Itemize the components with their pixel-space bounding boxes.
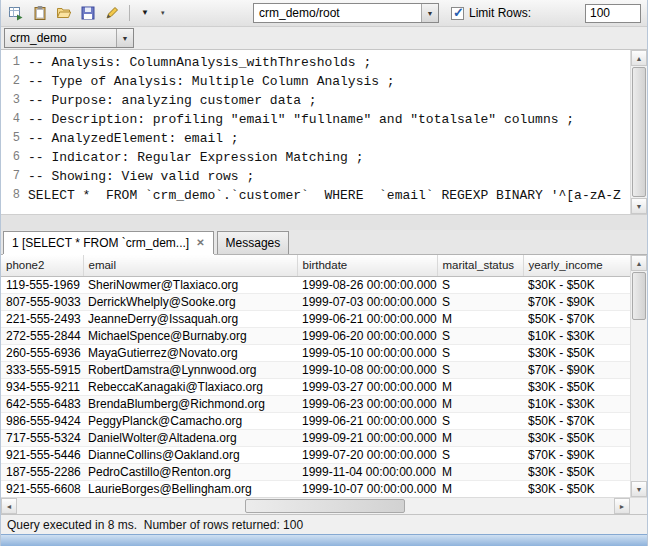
scroll-down-arrow-icon[interactable]: [631, 481, 647, 497]
results-hscroll-row: [1, 497, 647, 514]
table-cell: S: [437, 276, 523, 293]
table-row[interactable]: 986-555-9424PeggyPlanck@Camacho.org1999-…: [1, 412, 630, 429]
tab-label: 1 [SELECT * FROM `crm_dem...]: [12, 236, 189, 250]
scrollbar-thumb[interactable]: [632, 272, 646, 320]
scroll-right-arrow-icon[interactable]: [614, 498, 630, 514]
close-icon[interactable]: [196, 238, 204, 248]
limit-rows-checkbox[interactable]: [451, 7, 464, 20]
export-table-icon[interactable]: [5, 2, 27, 24]
table-cell: 1999-07-20 00:00:00.000: [297, 446, 437, 463]
sql-line: SELECT * FROM `crm_demo`.`customer` WHER…: [28, 186, 630, 205]
column-header-email[interactable]: email: [83, 255, 297, 276]
table-cell: M: [437, 480, 523, 497]
table-cell: LaurieBorges@Bellingham.org: [83, 480, 297, 497]
scroll-up-arrow-icon[interactable]: [631, 255, 647, 271]
scroll-left-arrow-icon[interactable]: [1, 498, 17, 514]
results-table: phone2emailbirthdatemarital_statusyearly…: [1, 255, 630, 497]
scroll-up-arrow-icon[interactable]: [631, 50, 647, 66]
table-cell: 1999-06-21 00:00:00.000: [297, 412, 437, 429]
scrollbar-thumb[interactable]: [632, 67, 646, 197]
table-cell: 642-555-6483: [1, 395, 83, 412]
line-number: 1: [1, 53, 20, 72]
scroll-down-arrow-icon[interactable]: [631, 198, 647, 214]
table-cell: M: [437, 310, 523, 327]
sql-editor[interactable]: 12345678 -- Analysis: ColumnAnalysis_wit…: [1, 50, 647, 214]
limit-rows-group: Limit Rows:: [451, 6, 531, 20]
table-row[interactable]: 807-555-9033DerrickWhelply@Sooke.org1999…: [1, 293, 630, 310]
tab-label: Messages: [226, 236, 281, 250]
table-row[interactable]: 921-555-5446DianneCollins@Oakland.org199…: [1, 446, 630, 463]
table-cell: 1999-11-04 00:00:00.000: [297, 463, 437, 480]
table-cell: S: [437, 412, 523, 429]
table-cell: S: [437, 446, 523, 463]
overflow-dropdown-arrow[interactable]: ▾: [161, 2, 165, 24]
open-folder-icon[interactable]: [53, 2, 75, 24]
results-tabbar: 1 [SELECT * FROM `crm_dem...] Messages: [1, 230, 647, 255]
clipboard-icon[interactable]: [29, 2, 51, 24]
line-number: 8: [1, 186, 20, 205]
column-header-phone2[interactable]: phone2: [1, 255, 83, 276]
tab-messages[interactable]: Messages: [217, 231, 290, 254]
editor-vertical-scrollbar[interactable]: [630, 50, 647, 214]
connection-combo[interactable]: crm_demo/root: [253, 3, 439, 23]
table-cell: $30K - $50K: [523, 480, 630, 497]
table-row[interactable]: 119-555-1969SheriNowmer@Tlaxiaco.org1999…: [1, 276, 630, 293]
table-cell: 333-555-5915: [1, 361, 83, 378]
scrollbar-corner: [630, 498, 647, 514]
table-cell: 934-555-9211: [1, 378, 83, 395]
table-cell: 1999-06-21 00:00:00.000: [297, 310, 437, 327]
catalog-combo-value: crm_demo: [5, 29, 116, 47]
catalog-combo[interactable]: crm_demo: [4, 28, 134, 48]
toolbar-dropdown-arrow[interactable]: ▼: [141, 2, 149, 24]
table-cell: 1999-10-08 00:00:00.000: [297, 361, 437, 378]
status-bar: Query executed in 8 ms. Number of rows r…: [1, 514, 647, 534]
table-cell: 921-555-6608: [1, 480, 83, 497]
window-bottom-border: [1, 534, 647, 546]
table-row[interactable]: 260-555-6936MayaGutierrez@Novato.org1999…: [1, 344, 630, 361]
results-body: 119-555-1969SheriNowmer@Tlaxiaco.org1999…: [1, 276, 630, 497]
chevron-down-icon[interactable]: [421, 4, 438, 22]
save-icon[interactable]: [77, 2, 99, 24]
results-horizontal-scrollbar[interactable]: [1, 498, 630, 514]
column-header-marital_status[interactable]: marital_status: [437, 255, 523, 276]
results-vertical-scrollbar[interactable]: [630, 255, 647, 497]
table-row[interactable]: 333-555-5915RobertDamstra@Lynnwood.org19…: [1, 361, 630, 378]
table-cell: M: [437, 429, 523, 446]
table-cell: M: [437, 463, 523, 480]
chevron-down-icon[interactable]: [116, 29, 133, 47]
table-cell: 119-555-1969: [1, 276, 83, 293]
table-cell: 1999-06-20 00:00:00.000: [297, 327, 437, 344]
table-row[interactable]: 921-555-6608LaurieBorges@Bellingham.org1…: [1, 480, 630, 497]
table-cell: 1999-06-23 00:00:00.000: [297, 395, 437, 412]
line-number: 4: [1, 110, 20, 129]
column-header-birthdate[interactable]: birthdate: [297, 255, 437, 276]
table-row[interactable]: 642-555-6483BrendaBlumberg@Richmond.org1…: [1, 395, 630, 412]
table-cell: S: [437, 361, 523, 378]
table-row[interactable]: 934-555-9211RebeccaKanagaki@Tlaxiaco.org…: [1, 378, 630, 395]
sql-code[interactable]: -- Analysis: ColumnAnalysis_withThreshol…: [23, 50, 630, 214]
limit-rows-label: Limit Rows:: [469, 6, 531, 20]
edit-pencil-icon[interactable]: [101, 2, 123, 24]
table-row[interactable]: 717-555-5324DanielWolter@Altadena.org199…: [1, 429, 630, 446]
sql-line: -- Description: profiling "email" "fulln…: [28, 110, 630, 129]
sql-line: -- Purpose: analyzing customer data ;: [28, 91, 630, 110]
table-row[interactable]: 221-555-2493JeanneDerry@Issaquah.org1999…: [1, 310, 630, 327]
sql-line: -- AnalyzedElement: email ;: [28, 129, 630, 148]
limit-rows-input[interactable]: [585, 4, 641, 23]
column-header-yearly_income[interactable]: yearly_income: [523, 255, 630, 276]
table-row[interactable]: 187-555-2286PedroCastillo@Renton.org1999…: [1, 463, 630, 480]
table-cell: RobertDamstra@Lynnwood.org: [83, 361, 297, 378]
tab-result-set-1[interactable]: 1 [SELECT * FROM `crm_dem...]: [3, 231, 214, 254]
table-cell: BrendaBlumberg@Richmond.org: [83, 395, 297, 412]
table-cell: 921-555-5446: [1, 446, 83, 463]
sql-line: -- Indicator: Regular Expression Matchin…: [28, 148, 630, 167]
sql-line: -- Showing: View valid rows ;: [28, 167, 630, 186]
line-number: 5: [1, 129, 20, 148]
editor-results-sash[interactable]: [1, 214, 647, 230]
table-cell: S: [437, 344, 523, 361]
table-cell: $30K - $50K: [523, 344, 630, 361]
sql-editor-view: ▼ ▾ crm_demo/root Limit Rows: crm_demo 1…: [0, 0, 648, 546]
line-number: 3: [1, 91, 20, 110]
table-row[interactable]: 272-555-2844MichaelSpence@Burnaby.org199…: [1, 327, 630, 344]
scrollbar-thumb[interactable]: [245, 499, 405, 513]
